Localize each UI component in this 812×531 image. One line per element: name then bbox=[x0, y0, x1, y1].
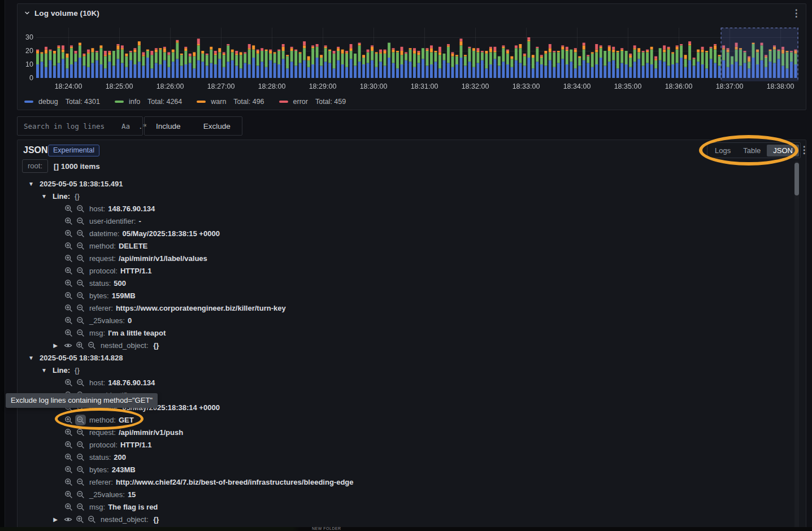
filter-for-value-icon[interactable] bbox=[64, 453, 73, 462]
filter-out-value-icon[interactable] bbox=[76, 254, 85, 263]
chart-legend: debug Total: 4301 info Total: 4264 warn … bbox=[24, 98, 346, 106]
view-option-logs[interactable]: Logs bbox=[709, 145, 737, 156]
panel-menu-kebab-icon[interactable]: ⋮ bbox=[791, 8, 801, 19]
legend-item-info: info Total: 4264 bbox=[115, 98, 182, 106]
field-row-bytes: bytes: 243MB bbox=[18, 463, 792, 476]
view-option-table[interactable]: Table bbox=[737, 145, 767, 156]
field-value: http://www.chief24/7.biz/best-of-breed/i… bbox=[116, 478, 354, 486]
field-key: status: bbox=[89, 453, 111, 462]
line-label: Line: bbox=[53, 192, 70, 201]
filter-for-value-icon[interactable] bbox=[64, 229, 73, 238]
show-only-icon[interactable] bbox=[64, 515, 72, 524]
filter-for-value-icon[interactable] bbox=[64, 478, 73, 486]
field-row-host: host: 148.76.90.134 bbox=[18, 202, 792, 215]
filter-out-value-icon[interactable] bbox=[76, 291, 85, 300]
filter-for-value-icon[interactable] bbox=[64, 329, 73, 337]
legend-item-error: error Total: 459 bbox=[279, 98, 346, 106]
filter-out-value-icon[interactable] bbox=[76, 242, 85, 250]
filter-out-value-icon[interactable] bbox=[76, 217, 85, 225]
filter-out-value-icon[interactable] bbox=[76, 329, 85, 337]
json-view-title: JSON bbox=[23, 145, 48, 155]
filter-for-value-icon[interactable] bbox=[76, 515, 84, 524]
view-option-json[interactable]: JSON bbox=[767, 145, 799, 156]
scrollbar-thumb[interactable] bbox=[794, 163, 799, 195]
filter-for-value-icon[interactable] bbox=[76, 341, 84, 350]
search-input[interactable] bbox=[18, 122, 119, 130]
filter-out-value-icon[interactable] bbox=[76, 465, 85, 474]
filter-for-value-icon[interactable] bbox=[64, 254, 73, 263]
field-row-host: host: 148.76.90.134 bbox=[18, 376, 792, 389]
collapse-chevron-icon[interactable] bbox=[23, 9, 31, 17]
filter-out-value-icon[interactable] bbox=[76, 416, 85, 424]
filter-for-value-icon[interactable] bbox=[64, 428, 73, 437]
filter-for-value-icon[interactable] bbox=[64, 416, 73, 424]
filter-out-value-icon[interactable] bbox=[76, 503, 85, 511]
filter-out-value-icon[interactable] bbox=[76, 478, 85, 486]
filter-out-value-icon[interactable] bbox=[76, 279, 85, 288]
filter-for-value-icon[interactable] bbox=[64, 503, 73, 511]
collapse-triangle-icon[interactable]: ▼ bbox=[41, 193, 47, 199]
expand-triangle-icon[interactable]: ▶ bbox=[52, 342, 59, 349]
filter-out-value-icon[interactable] bbox=[76, 453, 85, 462]
filter-out-value-icon[interactable] bbox=[76, 204, 85, 213]
filter-out-value-icon[interactable] bbox=[76, 304, 85, 312]
expand-triangle-icon[interactable]: ▶ bbox=[52, 516, 59, 523]
include-button[interactable]: Include bbox=[151, 120, 185, 133]
legend-series-name[interactable]: debug bbox=[38, 98, 58, 106]
filter-mode-group: Include Exclude bbox=[144, 116, 242, 136]
filter-for-value-icon[interactable] bbox=[64, 291, 73, 300]
legend-series-name[interactable]: warn bbox=[211, 98, 226, 106]
show-only-icon[interactable] bbox=[64, 341, 72, 350]
field-key: method: bbox=[89, 242, 116, 250]
field-key: request: bbox=[89, 428, 116, 437]
scrollbar-track[interactable] bbox=[794, 161, 799, 531]
line-label: Line: bbox=[53, 366, 70, 375]
filter-for-value-icon[interactable] bbox=[64, 267, 73, 275]
log-volume-chart[interactable] bbox=[18, 27, 806, 95]
filter-for-value-icon[interactable] bbox=[64, 242, 73, 250]
filter-out-value-icon[interactable] bbox=[76, 229, 85, 238]
field-value: 148.76.90.134 bbox=[108, 204, 155, 213]
collapse-triangle-icon[interactable]: ▼ bbox=[28, 181, 34, 187]
legend-dash-icon bbox=[279, 101, 288, 103]
field-row-_25values: _25values: 15 bbox=[18, 488, 792, 500]
line-row: ▼ Line: {} bbox=[18, 364, 792, 376]
filter-for-value-icon[interactable] bbox=[64, 279, 73, 288]
filter-out-value-icon[interactable] bbox=[76, 316, 85, 325]
line-row: ▼ Line: {} bbox=[18, 190, 792, 202]
filter-for-value-icon[interactable] bbox=[64, 465, 73, 474]
collapse-triangle-icon[interactable]: ▼ bbox=[28, 355, 34, 361]
field-value: 243MB bbox=[112, 465, 136, 474]
legend-series-name[interactable]: info bbox=[129, 98, 140, 106]
filter-out-value-icon[interactable] bbox=[88, 515, 96, 524]
exclude-tooltip: Exclude log lines containing method="GET… bbox=[6, 393, 158, 408]
log-volume-panel: Log volume (10K) ⋮ debug Total: 4301 inf… bbox=[17, 3, 806, 110]
json-panel-kebab-icon[interactable]: ⋮ bbox=[799, 145, 809, 156]
field-key: datetime: bbox=[89, 229, 119, 238]
field-row-protocol: protocol: HTTP/1.1 bbox=[18, 264, 792, 277]
filter-for-value-icon[interactable] bbox=[64, 490, 73, 499]
filter-for-value-icon[interactable] bbox=[64, 217, 73, 225]
window-edge bbox=[0, 0, 5, 531]
filter-out-value-icon[interactable] bbox=[76, 490, 85, 499]
filter-for-value-icon[interactable] bbox=[64, 304, 73, 312]
filter-for-value-icon[interactable] bbox=[64, 378, 73, 387]
filter-out-value-icon[interactable] bbox=[76, 378, 85, 387]
filter-for-value-icon[interactable] bbox=[64, 441, 73, 449]
filter-out-value-icon[interactable] bbox=[76, 428, 85, 437]
field-value: HTTP/1.1 bbox=[120, 267, 152, 275]
field-row-user-identifier: user-identifier: - bbox=[18, 215, 792, 227]
field-key: _25values: bbox=[89, 490, 125, 499]
filter-out-value-icon[interactable] bbox=[88, 341, 96, 350]
filter-for-value-icon[interactable] bbox=[64, 204, 73, 213]
exclude-button[interactable]: Exclude bbox=[199, 120, 235, 133]
field-key: msg: bbox=[89, 329, 105, 337]
match-case-toggle[interactable]: Aa bbox=[119, 120, 133, 132]
field-value: GET bbox=[119, 416, 134, 424]
legend-series-name[interactable]: error bbox=[293, 98, 308, 106]
filter-out-value-icon[interactable] bbox=[76, 267, 85, 275]
legend-dash-icon bbox=[197, 101, 206, 103]
filter-out-value-icon[interactable] bbox=[76, 441, 85, 449]
filter-for-value-icon[interactable] bbox=[64, 316, 73, 325]
collapse-triangle-icon[interactable]: ▼ bbox=[41, 367, 47, 373]
